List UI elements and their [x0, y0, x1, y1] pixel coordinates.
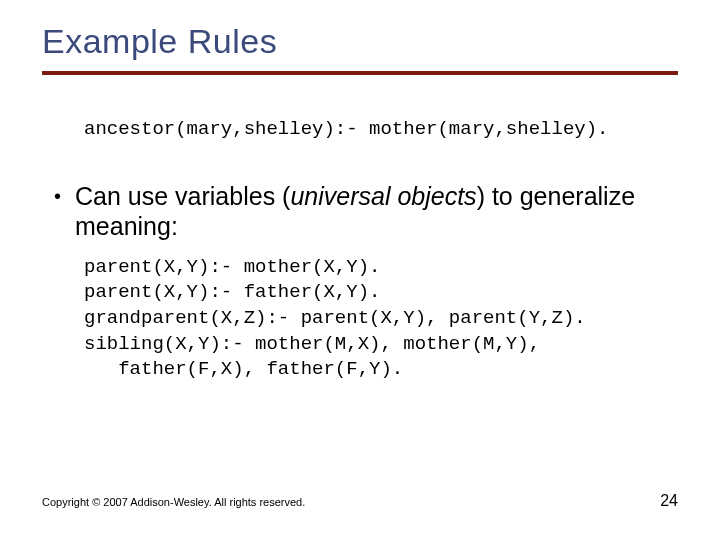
- bullet-dot-icon: •: [54, 181, 61, 211]
- bullet-text: Can use variables (universal objects) to…: [75, 181, 678, 241]
- bullet-pre: Can use variables (: [75, 182, 290, 210]
- code-block-top: ancestor(mary,shelley):- mother(mary,she…: [84, 117, 678, 143]
- footer: Copyright © 2007 Addison-Wesley. All rig…: [42, 492, 678, 510]
- bullet-item: • Can use variables (universal objects) …: [54, 181, 678, 241]
- bullet-italic: universal objects: [290, 182, 476, 210]
- slide: Example Rules ancestor(mary,shelley):- m…: [0, 0, 720, 540]
- title-rule: [42, 71, 678, 75]
- page-number: 24: [660, 492, 678, 510]
- copyright-text: Copyright © 2007 Addison-Wesley. All rig…: [42, 496, 305, 508]
- slide-title: Example Rules: [42, 22, 678, 61]
- code-block-bottom: parent(X,Y):- mother(X,Y). parent(X,Y):-…: [84, 255, 678, 383]
